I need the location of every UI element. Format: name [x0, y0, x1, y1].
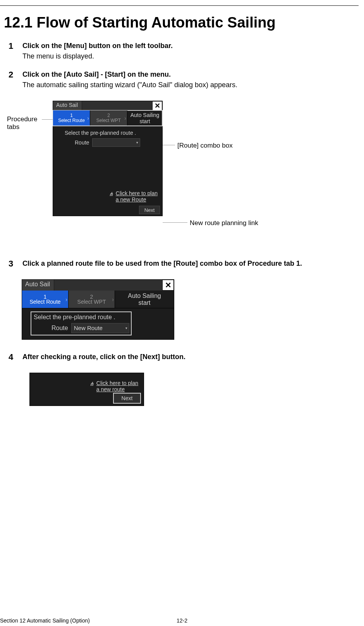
annotation-procedure-tabs-1: Procedure	[7, 115, 37, 123]
annotation-leader-line	[163, 222, 187, 223]
procedure-tabs-group: 1 Select Route › 2 Select WPT › Auto Sai…	[22, 291, 174, 308]
step-instruction: Click on the [Auto Sail] - [Start] on th…	[22, 71, 359, 79]
prompt-text: Select the pre-planned route .	[58, 130, 158, 136]
route-label: Route	[52, 325, 68, 332]
plan-new-route-link[interactable]: Click here to plan a new Route	[116, 190, 158, 203]
footer-section: Section 12 Automatic Sailing (Option)	[0, 617, 90, 624]
next-button[interactable]: Next	[113, 393, 141, 403]
dialog-title: Auto Sail	[53, 101, 82, 110]
route-plan-icon: ⋔	[89, 381, 94, 387]
tab-select-route[interactable]: 1 Select Route ›	[53, 110, 90, 126]
step-number: 2	[9, 70, 13, 80]
prompt-text: Select the pre-planned route .	[33, 314, 129, 321]
plan-new-route-link[interactable]: Click here to plan a new route	[96, 380, 138, 392]
dropdown-icon: ▾	[136, 141, 138, 144]
tab-number: 2	[90, 294, 93, 299]
chevron-right-icon: ›	[112, 296, 114, 303]
close-icon: ✕	[165, 280, 172, 290]
dialog-body: Select the pre-planned route . Route ▾ ⋔…	[53, 126, 162, 216]
tab-select-wpt[interactable]: 2 Select WPT ›	[90, 110, 127, 126]
auto-sail-dialog: Auto Sail ✕ 1 Select Route › 2 Select WP…	[53, 101, 163, 216]
dialog-titlebar: Auto Sail ✕	[22, 280, 174, 291]
step-instruction: Click a planned route file to be used fr…	[22, 260, 359, 268]
auto-sail-dialog-step4: ⋔ Click here to plan a new route Next	[29, 373, 144, 406]
chevron-right-icon: ›	[87, 115, 89, 121]
tab-number: 1	[70, 113, 73, 118]
tab-label: Select Route	[29, 299, 60, 304]
close-icon: ✕	[155, 101, 160, 110]
dialog-titlebar: Auto Sail ✕	[53, 101, 162, 110]
route-combo[interactable]: New Route ▾	[71, 323, 129, 333]
step-instruction: After checking a route, click on the [Ne…	[22, 353, 359, 361]
next-button[interactable]: Next	[139, 206, 160, 214]
highlight-frame: Select the pre-planned route . Route New…	[31, 311, 132, 335]
dropdown-icon: ▾	[125, 326, 127, 330]
close-button[interactable]: ✕	[152, 101, 162, 110]
step-2: 2 Click on the [Auto Sail] - [Start] on …	[9, 71, 359, 89]
combo-value: New Route	[74, 325, 103, 331]
dialog-mode-label: Auto Sailing start	[127, 110, 162, 126]
annotation-leader-line	[42, 119, 53, 120]
tab-label: Select WPT	[77, 299, 106, 304]
tab-number: 2	[107, 113, 110, 118]
dialog-mode-label: Auto Sailing start	[115, 291, 174, 308]
dialog-title: Auto Sail	[22, 280, 54, 291]
tab-label: Select Route	[58, 118, 85, 123]
step-number: 4	[9, 352, 13, 362]
annotation-plan-link: New route planning link	[190, 219, 258, 227]
route-label: Route	[75, 139, 89, 146]
footer-page-number: 12-2	[177, 617, 187, 624]
annotation-route-combo: [Route] combo box	[177, 142, 233, 150]
section-title: 12.1 Flow of Starting Automatic Sailing	[4, 14, 359, 31]
step-4: 4 After checking a route, click on the […	[9, 353, 359, 361]
tab-select-wpt[interactable]: 2 Select WPT ›	[69, 291, 115, 308]
chevron-right-icon: ›	[124, 115, 126, 121]
step-3: 3 Click a planned route file to be used …	[9, 260, 359, 268]
step-number: 1	[9, 41, 13, 51]
step-number: 3	[9, 259, 13, 269]
step-description: The menu is displayed.	[22, 52, 359, 60]
tab-number: 1	[44, 294, 47, 299]
procedure-tabs-group: 1 Select Route › 2 Select WPT › Auto Sai…	[53, 110, 162, 126]
chevron-right-icon: ›	[65, 296, 67, 303]
route-combo[interactable]: ▾	[92, 138, 140, 147]
tab-label: Select WPT	[96, 118, 121, 123]
annotation-procedure-tabs-2: tabs	[7, 123, 19, 131]
close-button[interactable]: ✕	[162, 280, 174, 291]
tab-select-route[interactable]: 1 Select Route ›	[22, 291, 69, 308]
step-description: The automatic sailing starting wizard ("…	[22, 81, 359, 89]
step-instruction: Click on the [Menu] button on the left t…	[22, 42, 359, 50]
auto-sail-dialog-step3: Auto Sail ✕ 1 Select Route › 2 Select WP…	[22, 279, 174, 340]
route-plan-icon: ⋔	[109, 191, 113, 197]
step-1: 1 Click on the [Menu] button on the left…	[9, 42, 359, 60]
